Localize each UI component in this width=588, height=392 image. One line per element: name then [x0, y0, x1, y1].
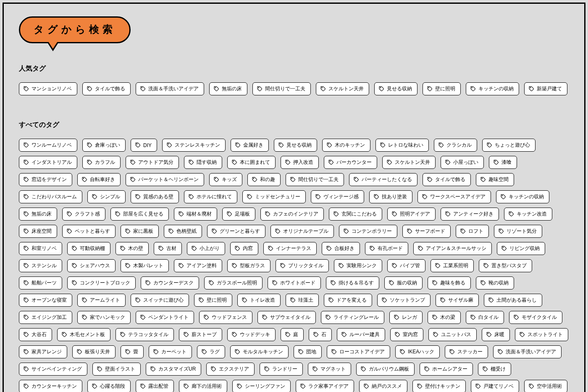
all-tag[interactable]: ロフト: [456, 225, 489, 238]
all-tag[interactable]: パイプ管: [387, 259, 425, 272]
all-tag[interactable]: 木のキッチン: [322, 139, 370, 152]
popular-tag[interactable]: 無垢の床: [209, 82, 247, 95]
all-tag[interactable]: ルーバー建具: [337, 328, 385, 341]
all-tag[interactable]: 見せる収納: [274, 139, 317, 152]
all-tag[interactable]: 薪ストーブ: [179, 328, 222, 341]
all-tag[interactable]: モザイクタイル: [509, 311, 562, 324]
all-tag[interactable]: ヴィンテージ感: [311, 190, 364, 203]
all-tag[interactable]: 倉庫っぽい: [82, 139, 126, 152]
all-tag[interactable]: シーリングファン: [232, 380, 291, 392]
all-tag[interactable]: 船舶パーツ: [19, 276, 62, 289]
all-tag[interactable]: 壁付けキッチン: [412, 380, 466, 392]
popular-tag[interactable]: タイルで飾る: [82, 82, 131, 95]
all-tag[interactable]: 置き型バスタブ: [479, 259, 532, 272]
all-tag[interactable]: モルタルキッチン: [230, 345, 289, 358]
all-tag[interactable]: クラシカル: [434, 139, 477, 152]
all-tag[interactable]: カーペット: [149, 345, 192, 358]
all-tag[interactable]: ラグ: [197, 345, 225, 358]
all-tag[interactable]: 室内窓: [390, 328, 423, 341]
all-tag[interactable]: ガルバリウム鋼板: [356, 363, 415, 376]
all-tag[interactable]: 型板ガラス: [227, 259, 270, 272]
all-tag[interactable]: 棚受け: [478, 363, 511, 376]
popular-tag[interactable]: 洗面＆手洗いアイデア: [136, 82, 204, 95]
all-tag[interactable]: ドアを変える: [324, 294, 372, 307]
all-tag[interactable]: インダストリアル: [19, 156, 77, 169]
all-tag[interactable]: 部屋を広く見せる: [110, 208, 169, 221]
all-tag[interactable]: サイザル麻: [436, 294, 479, 307]
all-tag[interactable]: 間仕切りで一工夫: [286, 173, 344, 186]
all-tag[interactable]: ライティングレール: [321, 311, 384, 324]
all-tag[interactable]: アウトドア気分: [126, 156, 179, 169]
all-tag[interactable]: 本に囲まれて: [227, 156, 276, 169]
all-tag[interactable]: 端材＆廃材: [174, 208, 217, 221]
all-tag[interactable]: ガラスボール照明: [204, 276, 262, 289]
all-tag[interactable]: 質感のある壁: [131, 190, 179, 203]
all-tag[interactable]: 色柄壁紙: [164, 225, 202, 238]
all-tag[interactable]: IKEAハック: [395, 345, 440, 358]
all-tag[interactable]: 白タイル: [466, 311, 504, 324]
all-tag[interactable]: コンテンポラリー: [339, 225, 397, 238]
all-tag[interactable]: カスタマイズUR: [146, 363, 201, 376]
all-tag[interactable]: 小上がり: [187, 242, 225, 255]
all-tag[interactable]: 漆喰: [489, 156, 517, 169]
all-tag[interactable]: 趣味空間: [476, 173, 514, 186]
all-tag[interactable]: ローコストアイデア: [327, 345, 390, 358]
all-tag[interactable]: 技あり塗装: [369, 190, 412, 203]
all-tag[interactable]: バーカウンター: [324, 156, 377, 169]
all-tag[interactable]: 廊下の活用術: [179, 380, 227, 392]
all-tag[interactable]: オープンな寝室: [19, 294, 72, 307]
all-tag[interactable]: 木の梁: [428, 311, 461, 324]
all-tag[interactable]: 露出配管: [136, 380, 174, 392]
all-tag[interactable]: ちょっと遊び心: [482, 139, 536, 152]
all-tag[interactable]: ランドリー: [260, 363, 303, 376]
all-tag[interactable]: スケルトン天井: [382, 156, 436, 169]
all-tag[interactable]: 床暖: [482, 328, 510, 341]
all-tag[interactable]: ウッドフェンス: [199, 311, 252, 324]
all-tag[interactable]: 押入改造: [281, 156, 319, 169]
all-tag[interactable]: ミッドセンチュリー: [242, 190, 306, 203]
all-tag[interactable]: リビング収納: [497, 242, 545, 255]
all-tag[interactable]: リゾート気分: [494, 225, 542, 238]
all-tag[interactable]: 板張り天井: [72, 345, 116, 358]
all-tag[interactable]: 窓辺をデザイン: [19, 173, 72, 186]
all-tag[interactable]: 和の趣: [247, 173, 281, 186]
all-tag[interactable]: 服の収納: [384, 276, 423, 289]
all-tag[interactable]: 合板好き: [322, 242, 360, 255]
popular-tag[interactable]: マンションリノベ: [19, 82, 77, 95]
all-tag[interactable]: エクステリア: [206, 363, 255, 376]
all-tag[interactable]: キッチン改造: [504, 208, 552, 221]
all-tag[interactable]: ホームシアター: [420, 363, 473, 376]
all-tag[interactable]: 足場板: [222, 208, 255, 221]
all-tag[interactable]: 工業系照明: [430, 259, 474, 272]
all-tag[interactable]: 戸建てリノベ: [471, 380, 519, 392]
all-tag[interactable]: キッズ: [209, 173, 242, 186]
all-tag[interactable]: 小屋っぽい: [441, 156, 484, 169]
all-tag[interactable]: 庭: [281, 328, 304, 341]
all-tag[interactable]: 古材: [154, 242, 182, 255]
all-tag[interactable]: ラク家事アイデア: [296, 380, 354, 392]
all-tag[interactable]: ステッカー: [445, 345, 488, 358]
all-tag[interactable]: こだわりバスルーム: [19, 190, 82, 203]
all-tag[interactable]: インナーテラス: [263, 242, 317, 255]
all-tag[interactable]: ペットと暮らす: [62, 225, 116, 238]
all-tag[interactable]: アイアン塗料: [174, 259, 222, 272]
all-tag[interactable]: ワークスペースアイデア: [417, 190, 491, 203]
all-tag[interactable]: 空中活用術: [524, 380, 567, 392]
all-tag[interactable]: シェアハウス: [67, 259, 116, 272]
all-tag[interactable]: キッチンの収納: [496, 190, 549, 203]
all-tag[interactable]: カウンターデスク: [141, 276, 199, 289]
all-tag[interactable]: ブリックタイル: [276, 259, 329, 272]
all-tag[interactable]: 有孔ボード: [365, 242, 408, 255]
all-tag[interactable]: 床座空間: [19, 225, 57, 238]
all-tag[interactable]: 土間がある暮らし: [484, 294, 542, 307]
all-tag[interactable]: カラフル: [82, 156, 121, 169]
all-tag[interactable]: 和室リノベ: [19, 242, 62, 255]
all-tag[interactable]: 家具アレンジ: [19, 345, 67, 358]
all-tag[interactable]: 趣味を飾る: [428, 276, 471, 289]
popular-tag[interactable]: 間仕切りで一工夫: [252, 82, 311, 95]
popular-tag[interactable]: 壁に照明: [423, 82, 461, 95]
all-tag[interactable]: テラコッタタイル: [116, 328, 174, 341]
all-tag[interactable]: サブウェイタイル: [257, 311, 316, 324]
all-tag[interactable]: 照明アイデア: [387, 208, 436, 221]
all-tag[interactable]: 壁面イラスト: [92, 363, 141, 376]
